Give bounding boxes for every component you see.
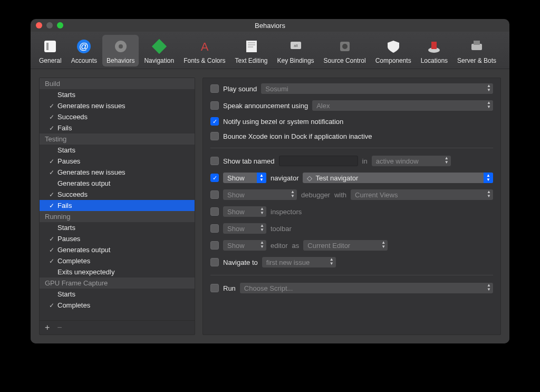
- toolbar-icon: [335, 37, 354, 56]
- navigate-row: Navigate to first new issue ▲▼: [210, 257, 493, 267]
- svg-rect-14: [431, 42, 437, 49]
- speak-checkbox[interactable]: [210, 101, 219, 110]
- navigator-row: ✓ Show ▲▼ navigator ◇ Test navigator ▲▼: [210, 173, 493, 183]
- navigate-checkbox[interactable]: [210, 258, 219, 266]
- checkmark-icon: ✓: [48, 125, 55, 132]
- speak-row: Speak announcement using Alex ▲▼: [210, 100, 493, 111]
- sidebar-item[interactable]: Starts: [40, 222, 195, 233]
- toolbar-tab-general[interactable]: General: [35, 35, 66, 66]
- toolbar-icon: [41, 37, 60, 56]
- play-sound-label: Play sound: [223, 85, 257, 93]
- chevron-updown-icon: ▲▼: [487, 101, 491, 109]
- notify-label: Notify using bezel or system notificatio…: [223, 118, 343, 126]
- checkmark-icon: ✓: [48, 191, 55, 198]
- separator: [210, 148, 493, 148]
- toolbar-tab-source-control[interactable]: Source Control: [320, 35, 370, 66]
- svg-rect-6: [152, 39, 167, 54]
- chevron-updown-icon: ▲▼: [260, 224, 264, 232]
- preferences-toolbar: General@AccountsBehaviorsNavigationAFont…: [31, 32, 509, 69]
- sidebar-item[interactable]: ✓Completes: [40, 300, 195, 311]
- sidebar-item[interactable]: ✓Completes: [40, 255, 195, 266]
- toolbar-tab-key-bindings[interactable]: altKey Bindings: [273, 35, 319, 66]
- svg-rect-1: [46, 43, 49, 50]
- remove-behavior-button[interactable]: −: [57, 323, 62, 332]
- show-tab-checkbox[interactable]: [210, 157, 219, 165]
- bounce-label: Bounce Xcode icon in Dock if application…: [223, 132, 372, 140]
- tab-name-input[interactable]: [279, 156, 358, 166]
- navigator-value-select[interactable]: ◇ Test navigator ▲▼: [303, 173, 493, 183]
- toolbar-tab-fonts-colors[interactable]: AFonts & Colors: [179, 35, 229, 66]
- play-sound-checkbox[interactable]: [210, 84, 219, 93]
- editor-value-select[interactable]: Current Editor ▲▼: [303, 240, 388, 251]
- show-tab-label: Show tab named: [223, 157, 275, 165]
- debugger-views-select[interactable]: Current Views ▲▼: [351, 189, 493, 200]
- toolbar-tab-server-bots[interactable]: Server & Bots: [453, 35, 500, 66]
- debugger-checkbox[interactable]: [210, 190, 219, 199]
- chevron-updown-icon: ▲▼: [330, 257, 334, 266]
- sidebar-group-build: Build: [40, 78, 195, 89]
- run-script-select[interactable]: Choose Script... ▲▼: [240, 283, 493, 293]
- sidebar-footer: + −: [40, 320, 195, 334]
- sidebar-item[interactable]: ✓Succeeds: [40, 189, 195, 200]
- sidebar-item[interactable]: Starts: [40, 289, 195, 300]
- tab-window-select[interactable]: active window ▲▼: [372, 156, 451, 166]
- navigate-value-select[interactable]: first new issue ▲▼: [262, 257, 336, 267]
- toolbar-tab-behaviors[interactable]: Behaviors: [102, 35, 139, 66]
- sidebar-item[interactable]: ✓Generates new issues: [40, 167, 195, 178]
- diamond-icon: ◇: [307, 174, 312, 182]
- sidebar-item[interactable]: ✓Pauses: [40, 156, 195, 167]
- toolbar-icon: @: [74, 37, 93, 56]
- checkmark-icon: ✓: [48, 202, 55, 209]
- toolbar-tab-text-editing[interactable]: Text Editing: [231, 35, 272, 66]
- editor-row: Show ▲▼ editor as Current Editor ▲▼: [210, 240, 493, 251]
- sidebar-item[interactable]: ✓Pauses: [40, 233, 195, 244]
- svg-rect-16: [474, 41, 480, 45]
- toolbar-tab-navigation[interactable]: Navigation: [140, 35, 178, 66]
- bounce-checkbox[interactable]: [210, 132, 219, 140]
- inspectors-checkbox[interactable]: [210, 207, 219, 216]
- sidebar-item[interactable]: ✓Generates new issues: [40, 100, 195, 111]
- notify-checkbox[interactable]: ✓: [210, 117, 219, 126]
- sidebar-item[interactable]: Generates output: [40, 178, 195, 189]
- speak-label: Speak announcement using: [223, 102, 308, 110]
- toolbar-checkbox[interactable]: [210, 224, 219, 233]
- run-row: Run Choose Script... ▲▼: [210, 283, 493, 293]
- sidebar-group-gpu-frame-capture: GPU Frame Capture: [40, 278, 195, 289]
- toolbar-action-select[interactable]: Show ▲▼: [223, 223, 266, 234]
- navigator-action-select[interactable]: Show ▲▼: [223, 173, 266, 183]
- toolbar-tab-locations[interactable]: Locations: [417, 35, 452, 66]
- sidebar-item[interactable]: Exits unexpectedly: [40, 266, 195, 278]
- inspectors-row: Show ▲▼ inspectors: [210, 206, 493, 217]
- navigate-label: Navigate to: [223, 259, 258, 266]
- chevron-updown-icon: ▲▼: [484, 173, 493, 183]
- checkmark-icon: ✓: [48, 169, 55, 176]
- titlebar: Behaviors: [31, 19, 509, 32]
- svg-rect-8: [246, 41, 257, 52]
- chevron-updown-icon: ▲▼: [445, 156, 449, 165]
- sidebar-item[interactable]: ✓Generates output: [40, 244, 195, 255]
- inspectors-action-select[interactable]: Show ▲▼: [223, 206, 266, 217]
- toolbar-row: Show ▲▼ toolbar: [210, 223, 493, 234]
- chevron-updown-icon: ▲▼: [257, 173, 266, 183]
- behaviors-list[interactable]: BuildStarts✓Generates new issues✓Succeed…: [40, 78, 195, 320]
- sidebar-item[interactable]: ✓Fails: [40, 122, 195, 133]
- play-sound-select[interactable]: Sosumi ▲▼: [261, 83, 493, 94]
- sidebar-item[interactable]: Starts: [40, 145, 195, 156]
- debugger-action-select[interactable]: Show ▲▼: [223, 189, 297, 200]
- sidebar-item[interactable]: Starts: [40, 89, 195, 100]
- toolbar-tab-components[interactable]: Components: [371, 35, 416, 66]
- add-behavior-button[interactable]: +: [45, 323, 50, 332]
- toolbar-icon: [150, 37, 169, 56]
- editor-checkbox[interactable]: [210, 241, 219, 250]
- show-tab-row: Show tab named in active window ▲▼: [210, 156, 493, 166]
- checkmark-icon: ✓: [48, 257, 55, 265]
- editor-action-select[interactable]: Show ▲▼: [223, 240, 266, 251]
- navigator-checkbox[interactable]: ✓: [210, 174, 219, 182]
- sidebar-item[interactable]: ✓Succeeds: [40, 111, 195, 122]
- run-checkbox[interactable]: [210, 284, 219, 292]
- sidebar-item[interactable]: ✓Fails: [40, 200, 195, 211]
- toolbar-tab-accounts[interactable]: @Accounts: [67, 35, 101, 66]
- speak-voice-select[interactable]: Alex ▲▼: [312, 100, 493, 111]
- window-title: Behaviors: [31, 22, 509, 30]
- toolbar-icon: [425, 37, 443, 56]
